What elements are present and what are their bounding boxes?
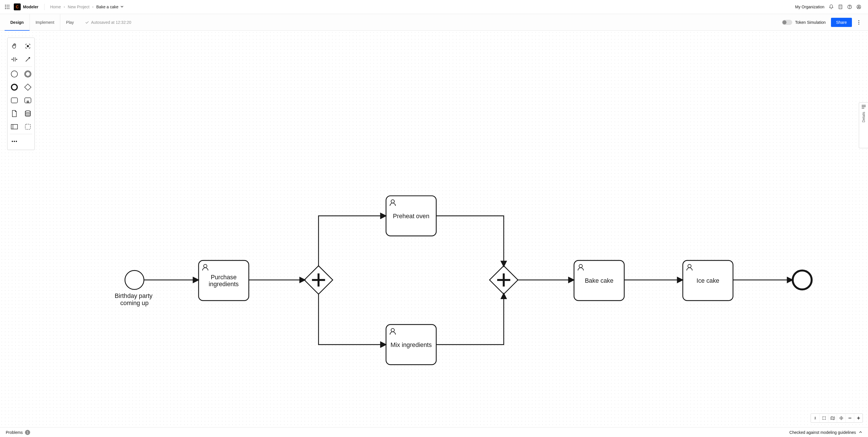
share-button[interactable]: Share <box>831 18 852 27</box>
guidelines-status[interactable]: Checked against modeling guidelines <box>789 430 856 435</box>
tab-implement[interactable]: Implement <box>30 14 60 30</box>
svg-text:Preheat oven: Preheat oven <box>393 213 429 220</box>
bpmn-diagram[interactable]: Birthday party coming up Purchaseingredi… <box>0 31 868 427</box>
chevron-icon: › <box>64 5 65 9</box>
simulation-label: Token Simulation <box>795 20 826 25</box>
svg-point-2 <box>8 5 9 5</box>
gateway-join[interactable] <box>489 266 518 294</box>
divider <box>44 4 44 10</box>
svg-point-7 <box>7 8 7 9</box>
breadcrumb-current[interactable]: Bake a cake <box>96 5 119 9</box>
svg-text:Purchaseingredients: Purchaseingredients <box>209 274 239 287</box>
brand-logo: C <box>14 3 21 10</box>
flow-gateway-to-mix[interactable] <box>319 293 386 345</box>
task-purchase-ingredients[interactable]: Purchaseingredients <box>198 260 249 301</box>
autosave-status: Autosaved at 12:32:20 <box>85 20 131 25</box>
bell-icon[interactable] <box>827 2 836 11</box>
center-icon[interactable] <box>837 414 845 423</box>
tab-design[interactable]: Design <box>5 14 30 30</box>
svg-point-31 <box>125 270 144 289</box>
svg-point-52 <box>841 418 842 418</box>
top-bar: C Modeler Home › New Project › Bake a ca… <box>0 0 868 14</box>
help-icon[interactable] <box>845 2 854 11</box>
user-icon[interactable] <box>854 2 863 11</box>
status-bar: Problems 1 Checked against modeling guid… <box>0 427 868 437</box>
fullscreen-icon[interactable] <box>819 414 828 423</box>
svg-text:Bake cake: Bake cake <box>585 277 613 284</box>
canvas-area[interactable]: Birthday party coming up Purchaseingredi… <box>0 31 868 427</box>
details-panel-collapsed[interactable]: Details <box>859 102 868 148</box>
canvas-controls <box>811 413 863 423</box>
start-event-label: Birthday party coming up <box>115 293 154 306</box>
panel-icon <box>862 105 866 108</box>
svg-point-3 <box>5 6 6 7</box>
breadcrumb-project[interactable]: New Project <box>68 5 89 9</box>
task-preheat-oven[interactable]: Preheat oven <box>386 196 436 236</box>
flow-gateway-to-preheat[interactable] <box>319 216 386 267</box>
svg-text:Ice cake: Ice cake <box>696 277 719 284</box>
svg-point-6 <box>5 8 6 9</box>
mode-tabs: Design Implement Play <box>5 14 80 30</box>
tab-play[interactable]: Play <box>60 14 80 30</box>
chevron-up-icon[interactable] <box>859 430 862 435</box>
flow-preheat-to-join[interactable] <box>436 216 504 267</box>
zoom-out-icon[interactable] <box>845 414 854 423</box>
svg-point-0 <box>5 5 6 5</box>
svg-point-16 <box>859 24 859 24</box>
minimap-icon[interactable] <box>828 414 837 423</box>
chevron-icon: › <box>92 5 94 9</box>
end-event[interactable] <box>793 270 812 289</box>
svg-point-13 <box>858 6 860 7</box>
brand-name: Modeler <box>23 5 38 9</box>
problems-label[interactable]: Problems <box>6 430 23 435</box>
check-icon <box>85 20 89 25</box>
breadcrumb-dropdown-icon[interactable] <box>120 4 124 9</box>
svg-point-15 <box>859 22 859 23</box>
more-menu-icon[interactable] <box>854 18 863 27</box>
breadcrumb-home[interactable]: Home <box>50 5 61 9</box>
svg-point-1 <box>7 5 7 5</box>
svg-text:Mix ingredients: Mix ingredients <box>391 341 432 348</box>
task-bake-cake[interactable]: Bake cake <box>574 260 624 301</box>
start-event[interactable] <box>125 270 144 289</box>
svg-point-4 <box>7 6 7 7</box>
simulation-toggle[interactable] <box>782 20 792 25</box>
zoom-in-icon[interactable] <box>854 414 863 423</box>
task-ice-cake[interactable]: Ice cake <box>683 260 733 301</box>
reset-viewport-icon[interactable] <box>811 414 819 423</box>
organization-label[interactable]: My Organization <box>795 5 825 9</box>
problems-count-badge[interactable]: 1 <box>25 430 30 435</box>
svg-point-8 <box>8 8 9 9</box>
svg-rect-9 <box>839 5 842 9</box>
svg-point-14 <box>859 20 859 21</box>
svg-point-5 <box>8 6 9 7</box>
apps-menu-icon[interactable] <box>5 4 10 9</box>
mode-bar: Design Implement Play Autosaved at 12:32… <box>0 14 868 31</box>
svg-point-49 <box>793 270 812 289</box>
svg-point-50 <box>815 417 816 418</box>
flow-mix-to-join[interactable] <box>436 293 504 345</box>
task-mix-ingredients[interactable]: Mix ingredients <box>386 325 436 365</box>
details-label: Details <box>862 112 866 123</box>
building-icon[interactable] <box>836 2 845 11</box>
gateway-split[interactable] <box>304 266 333 294</box>
autosave-text: Autosaved at 12:32:20 <box>91 20 131 25</box>
